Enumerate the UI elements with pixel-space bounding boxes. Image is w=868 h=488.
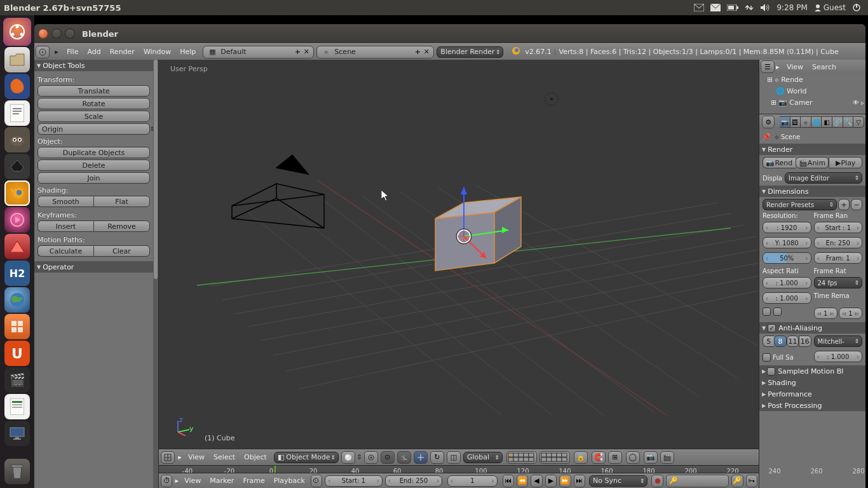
outliner-scene-item[interactable]: ⊞⟐Rende	[759, 74, 865, 85]
manipulator-rotate-icon[interactable]: ↻	[430, 451, 444, 464]
outliner-search-menu[interactable]: Search	[808, 63, 841, 71]
snap-toggle-icon[interactable]: 🧲	[592, 451, 606, 464]
scale-button[interactable]: Scale	[37, 111, 150, 122]
dimensions-panel-header[interactable]: Dimensions	[759, 186, 865, 197]
window-maximize-button[interactable]	[65, 29, 75, 39]
mail-indicator-icon[interactable]	[694, 4, 704, 11]
h2-icon[interactable]: H2	[4, 261, 30, 286]
play-icon[interactable]: ▶	[545, 475, 557, 487]
shading-panel-header[interactable]: Shading	[759, 377, 865, 388]
collapse-icon[interactable]: ▸	[176, 453, 184, 461]
timeline[interactable]: -40-200204060801001201401601802002202402…	[159, 465, 759, 488]
aspect-x-field[interactable]: : 1.000	[763, 277, 811, 288]
display-dropdown[interactable]: Image Editor	[785, 172, 862, 184]
pin-icon[interactable]: 📌	[762, 133, 771, 141]
object-tools-header[interactable]: Object Tools	[34, 60, 153, 71]
editor-type-timeline-icon[interactable]: ⏱	[161, 475, 172, 487]
add-menu[interactable]: Add	[83, 48, 105, 56]
render-presets-dropdown[interactable]: Render Presets	[763, 199, 837, 210]
clock[interactable]: 9:28 PM	[776, 3, 807, 12]
manipulator-scale-icon[interactable]: ◫	[447, 451, 461, 464]
resolution-pct-field[interactable]: 50%	[763, 252, 811, 264]
scene-name[interactable]: Scene	[332, 48, 413, 56]
keying-insert-icon[interactable]: 🔑	[731, 475, 743, 487]
timeline-playback-menu[interactable]: Playback	[269, 477, 309, 485]
files-icon[interactable]	[4, 47, 30, 72]
remap-old-field[interactable]: ‹ 1 ›	[814, 308, 837, 319]
preset-remove-button[interactable]: −	[851, 199, 862, 210]
play-reverse-icon[interactable]: ◀	[531, 475, 542, 487]
inkscape-icon[interactable]	[4, 154, 30, 179]
scene-delete-icon[interactable]: ✕	[422, 48, 431, 56]
layout-add-icon[interactable]: +	[293, 48, 302, 56]
remove-keyframe-button[interactable]: Remove	[93, 220, 150, 232]
shading-sphere-icon[interactable]	[341, 451, 355, 464]
collapse-menus-icon[interactable]: ▸	[52, 46, 61, 58]
calculate-button[interactable]: Calculate	[37, 245, 93, 257]
layers-group-2[interactable]	[539, 451, 570, 464]
aspect-y-field[interactable]: : 1.000	[763, 292, 811, 304]
frame-end-field[interactable]: En: 250	[814, 237, 863, 248]
current-frame-field[interactable]: 1	[447, 475, 497, 487]
insert-keyframe-button[interactable]: Insert	[37, 220, 93, 232]
border-checkbox[interactable]	[763, 308, 771, 316]
world-tab-icon[interactable]: 🌐	[811, 116, 822, 128]
envelope-icon[interactable]	[710, 4, 721, 11]
outliner-view-menu[interactable]: View	[782, 63, 808, 71]
collapse-icon[interactable]: ▸	[173, 477, 180, 485]
render-tab-icon[interactable]: 📷	[780, 116, 790, 128]
layout-delete-icon[interactable]: ✕	[302, 48, 311, 56]
timeline-marker-menu[interactable]: Marker	[205, 477, 238, 485]
pivot-icon[interactable]	[364, 451, 378, 464]
clear-button[interactable]: Clear	[93, 245, 150, 257]
toolshelf-scrollbar[interactable]	[153, 60, 158, 488]
red-triangle-icon[interactable]	[4, 234, 30, 259]
flat-button[interactable]: Flat	[93, 196, 150, 207]
render-menu[interactable]: Render	[105, 48, 139, 56]
screen-layout-field[interactable]: ▦ Default + ✕	[203, 46, 314, 58]
resolution-x-field[interactable]: : 1920	[763, 222, 811, 233]
network-icon[interactable]	[745, 3, 754, 12]
render-panel-header[interactable]: Render	[759, 144, 865, 155]
performance-panel-header[interactable]: Performance	[759, 388, 865, 400]
snap-type-icon[interactable]: ⊞	[608, 451, 622, 464]
file-menu[interactable]: File	[62, 48, 83, 56]
resolution-y-field[interactable]: Y: 1080	[763, 237, 811, 248]
keying-set-field[interactable]: 🔑	[666, 475, 729, 487]
frame-step-field[interactable]: Fram: 1	[814, 252, 863, 264]
preset-add-button[interactable]: +	[838, 199, 850, 210]
render-layers-tab-icon[interactable]: 🖼	[790, 116, 801, 128]
timeline-view-menu[interactable]: View	[180, 477, 205, 485]
auto-keyframe-icon[interactable]	[651, 475, 663, 487]
trash-icon[interactable]	[4, 459, 30, 484]
keying-delete-icon[interactable]: 🗝	[746, 475, 757, 487]
pivot-individual-icon[interactable]: ⊙	[381, 451, 395, 464]
scene-browse-icon[interactable]: ⟐	[320, 48, 332, 56]
aa-filter-dropdown[interactable]: Mitchell-	[814, 336, 863, 347]
document-icon[interactable]	[4, 100, 30, 126]
aa-16-button[interactable]: 16	[799, 336, 811, 347]
spreadsheet-icon[interactable]	[4, 394, 30, 419]
rotate-button[interactable]: Rotate	[37, 98, 150, 109]
sync-dropdown[interactable]: No Sync	[589, 475, 648, 487]
3d-viewport[interactable]: User Persp	[159, 60, 759, 465]
motion-blur-checkbox[interactable]	[767, 367, 775, 376]
manipulator-translate-icon[interactable]	[414, 451, 428, 464]
aa-11-button[interactable]: 11	[787, 336, 799, 347]
scene-field[interactable]: ⟐ Scene + ✕	[316, 46, 434, 58]
shading-dropdown-icon[interactable]: ⇕	[356, 453, 363, 461]
gimp-icon[interactable]	[4, 127, 30, 152]
data-tab-icon[interactable]: ▽	[853, 116, 864, 128]
monitor-icon[interactable]	[4, 421, 30, 446]
start-frame-field[interactable]: Start: 1	[325, 475, 383, 487]
render-button[interactable]: 📷Rend	[763, 157, 796, 168]
editor-type-outliner-icon[interactable]: ☰	[761, 60, 775, 73]
object-tab-icon[interactable]: ◧	[822, 116, 832, 128]
dash-icon[interactable]	[3, 18, 31, 46]
delete-button[interactable]: Delete	[37, 159, 150, 171]
join-button[interactable]: Join	[37, 172, 150, 184]
battery-icon[interactable]	[727, 4, 738, 11]
aa-panel-header[interactable]: Anti-Aliasing	[759, 322, 865, 334]
collapse-icon[interactable]: ▸	[776, 63, 782, 71]
window-close-button[interactable]	[38, 29, 48, 39]
